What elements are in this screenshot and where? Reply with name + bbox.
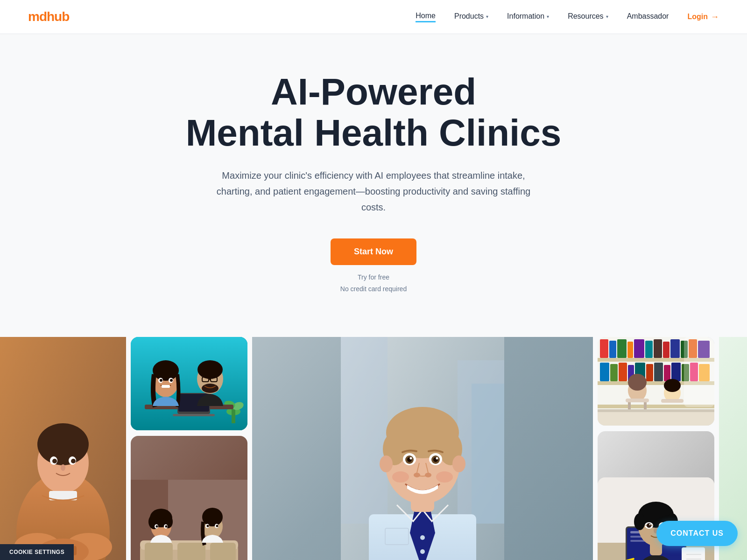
svg-point-88: [392, 471, 409, 483]
information-chevron-icon: ▾: [547, 14, 549, 19]
svg-rect-106: [663, 342, 669, 358]
nav-information[interactable]: Information ▾: [507, 12, 549, 21]
svg-point-89: [436, 471, 453, 483]
svg-point-35: [170, 379, 173, 382]
svg-rect-111: [600, 363, 609, 381]
svg-rect-68: [472, 384, 504, 524]
svg-rect-113: [619, 363, 627, 381]
svg-rect-103: [634, 339, 644, 358]
image-team: [131, 337, 247, 430]
svg-point-90: [420, 535, 425, 540]
svg-point-34: [160, 379, 162, 382]
svg-rect-102: [627, 342, 633, 358]
main-nav: Home Products ▾ Information ▾ Resources …: [416, 12, 719, 22]
svg-point-17: [52, 459, 57, 463]
svg-point-87: [425, 473, 431, 477]
svg-point-84: [410, 457, 412, 460]
products-chevron-icon: ▾: [486, 14, 488, 19]
svg-rect-112: [610, 364, 618, 381]
image-bookshelf: [598, 337, 714, 426]
svg-rect-101: [617, 339, 627, 358]
svg-rect-133: [684, 337, 714, 407]
hero-title: AI-Powered Mental Health Clinics: [93, 71, 654, 154]
nav-login[interactable]: Login →: [687, 12, 719, 22]
svg-point-124: [628, 374, 647, 391]
image-therapy: [131, 436, 247, 560]
login-arrow-icon: →: [711, 12, 719, 22]
svg-rect-48: [145, 543, 173, 560]
hero-cta-note: Try for free No credit card required: [340, 272, 407, 295]
nav-home[interactable]: Home: [416, 12, 436, 22]
svg-point-152: [649, 524, 651, 525]
svg-point-129: [664, 379, 681, 392]
svg-rect-29: [173, 414, 215, 416]
image-center-large: [252, 337, 593, 560]
brand-logo[interactable]: mdhub: [28, 9, 69, 24]
header: mdhub Home Products ▾ Information ▾ Reso…: [0, 0, 747, 34]
svg-point-18: [71, 459, 76, 463]
svg-point-91: [420, 549, 425, 554]
svg-rect-132: [598, 409, 714, 412]
svg-point-60: [202, 508, 223, 526]
svg-rect-23: [232, 409, 235, 423]
svg-point-150: [647, 523, 651, 528]
hero-images-section: [0, 337, 747, 560]
svg-rect-107: [670, 339, 680, 358]
svg-point-146: [634, 513, 645, 530]
svg-rect-99: [600, 339, 608, 358]
svg-point-19: [61, 464, 65, 471]
image-left: [0, 337, 126, 560]
svg-point-76: [380, 455, 393, 472]
cookie-settings-button[interactable]: COOKIE SETTINGS: [0, 544, 74, 560]
svg-rect-156: [682, 547, 705, 560]
svg-point-38: [197, 360, 223, 379]
svg-rect-118: [664, 365, 670, 381]
svg-rect-125: [626, 399, 649, 402]
svg-point-31: [153, 360, 179, 381]
svg-rect-36: [162, 385, 170, 388]
svg-rect-49: [177, 543, 205, 560]
svg-rect-104: [645, 341, 653, 358]
svg-rect-119: [671, 363, 681, 381]
svg-rect-50: [210, 543, 236, 560]
nav-ambassador[interactable]: Ambassador: [627, 12, 669, 21]
svg-point-58: [165, 525, 168, 528]
svg-rect-105: [654, 339, 662, 358]
svg-point-85: [436, 457, 438, 460]
svg-point-75: [390, 428, 455, 449]
svg-rect-66: [341, 337, 388, 524]
svg-rect-117: [654, 363, 663, 381]
image-center-small: [126, 337, 252, 560]
svg-point-63: [207, 525, 209, 527]
start-now-button[interactable]: Start Now: [331, 238, 416, 265]
svg-point-57: [156, 525, 158, 528]
hero-section: AI-Powered Mental Health Clinics Maximiz…: [0, 34, 747, 318]
svg-rect-116: [646, 364, 653, 381]
svg-point-14: [37, 423, 89, 465]
contact-us-button[interactable]: CONTACT US: [656, 521, 738, 546]
svg-point-64: [216, 525, 218, 527]
svg-rect-130: [661, 399, 684, 403]
svg-rect-100: [609, 341, 616, 358]
svg-point-86: [414, 473, 420, 477]
nav-products[interactable]: Products ▾: [454, 12, 488, 21]
hero-subtitle: Maximize your clinic's efficiency with A…: [210, 168, 537, 215]
nav-resources[interactable]: Resources ▾: [568, 12, 608, 21]
resources-chevron-icon: ▾: [606, 14, 608, 19]
svg-point-77: [452, 455, 465, 472]
